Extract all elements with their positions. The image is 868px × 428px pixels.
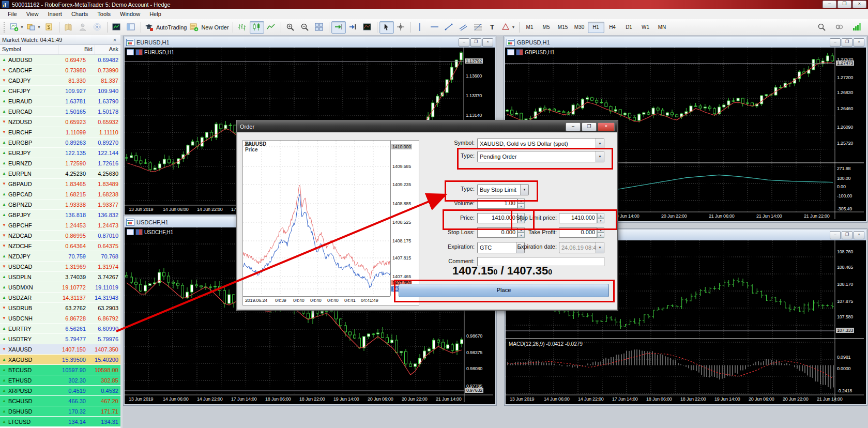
fibo-icon[interactable] (471, 21, 485, 34)
price-input[interactable]: 1410.000 (477, 213, 517, 223)
market-watch-row-nzdusd[interactable]: ▼NZDUSD0.659230.65932 (0, 117, 120, 127)
indicators-icon[interactable] (360, 21, 375, 34)
market-watch-row-eurcad[interactable]: ▲EURCAD1.501651.50178 (0, 106, 120, 117)
signals-icon[interactable] (90, 21, 105, 34)
shift-end-icon[interactable] (346, 21, 360, 34)
chart-window-titlebar[interactable]: EURUSD,H1–❐× (125, 37, 495, 48)
text-icon[interactable]: T (485, 21, 500, 34)
market-watch-column-headers[interactable]: Symbol Bid Ask (0, 45, 120, 55)
market-watch-header[interactable]: Market Watch: 04:41:49 × (0, 35, 120, 45)
cursor-icon[interactable] (379, 21, 394, 34)
market-watch-row-eurpln[interactable]: ▲EURPLN4.252304.25630 (0, 169, 120, 179)
shapes-icon[interactable]: ▼ (500, 21, 517, 34)
dialog-close-button[interactable]: × (598, 123, 615, 131)
market-watch-row-xagusd[interactable]: ▲XAGUSD15.3950015.40200 (0, 355, 120, 365)
hline-icon[interactable] (428, 21, 442, 34)
market-watch-close-icon[interactable]: × (111, 37, 118, 43)
ohlc-icon[interactable] (127, 229, 134, 235)
volume-input[interactable]: 1.00 (477, 198, 517, 209)
menu-item-view[interactable]: View (22, 10, 43, 18)
volume-stepper[interactable]: ▲▼ (517, 198, 525, 209)
timeframe-m1[interactable]: M1 (522, 22, 538, 33)
column-symbol[interactable]: Symbol (0, 45, 58, 54)
market-watch-row-gbpnzd[interactable]: ▲GBPNZD1.933381.93377 (0, 200, 120, 210)
pending-type-select[interactable]: Buy Stop Limit▼ (477, 184, 529, 195)
profiles-icon[interactable]: ▼ (25, 21, 42, 34)
one-click-trading-icon[interactable] (135, 49, 143, 55)
market-watch-row-dshusd[interactable]: ▲DSHUSD170.32171.71 (0, 406, 120, 417)
connection-status-icon[interactable] (849, 21, 864, 34)
ohlc-icon[interactable] (507, 49, 514, 55)
new-order-button[interactable]: New Order (188, 21, 230, 34)
market-watch-row-gbpaud[interactable]: ▼GBPAUD1.834651.83489 (0, 179, 120, 189)
stop-limit-stepper[interactable]: ▲▼ (597, 213, 604, 223)
chart-window-titlebar[interactable]: GBPUSD,H1–❐× (505, 37, 866, 48)
search-icon[interactable] (814, 21, 829, 34)
zoom-out-icon[interactable] (298, 21, 312, 34)
market-watch-row-bchusd[interactable]: ▲BCHUSD466.30467.20 (0, 396, 120, 406)
chart-minimize-button[interactable]: – (830, 38, 841, 47)
take-profit-stepper[interactable]: ▲▼ (597, 227, 604, 238)
timeframe-m30[interactable]: M30 (571, 22, 588, 33)
menu-item-tools[interactable]: Tools (93, 10, 115, 18)
chart-close-button[interactable]: × (854, 231, 864, 239)
timeframe-m5[interactable]: M5 (538, 22, 555, 33)
candles-icon[interactable] (250, 21, 264, 34)
stop-loss-input[interactable]: 0.000 (477, 227, 517, 238)
chart-close-button[interactable]: × (482, 38, 493, 47)
market-watch-row-eurjpy[interactable]: ▲EURJPY122.135122.144 (0, 148, 120, 158)
chart-restore-button[interactable]: ❐ (842, 38, 852, 47)
autoscroll-icon[interactable] (331, 21, 346, 34)
one-click-trading-icon[interactable] (135, 229, 143, 235)
panel-splitter[interactable] (120, 35, 123, 428)
chevron-down-icon[interactable]: ▼ (596, 139, 604, 149)
take-profit-input[interactable]: 0.000 (559, 227, 597, 238)
market-watch-row-usdzar[interactable]: ▲USDZAR14.3113714.31943 (0, 293, 120, 303)
win-blue-icon[interactable] (124, 21, 139, 34)
place-button[interactable]: Place (399, 284, 609, 297)
market-watch-row-usdmxn[interactable]: ▲USDMXN19.1077219.11019 (0, 282, 120, 293)
new-chart-icon[interactable]: ▼ (8, 21, 25, 34)
market-watch-row-gbpchf[interactable]: ▼GBPCHF1.244531.24473 (0, 220, 120, 231)
chart-restore-button[interactable]: ❐ (842, 231, 852, 239)
chart-restore-button[interactable]: ❐ (470, 38, 481, 47)
menu-item-insert[interactable]: Insert (43, 10, 67, 18)
win-green-icon[interactable] (110, 21, 124, 34)
market-watch-row-eurgbp[interactable]: ▲EURGBP0.892630.89270 (0, 137, 120, 148)
dialog-minimize-button[interactable]: – (566, 123, 581, 131)
ohlc-icon[interactable] (127, 49, 134, 55)
crosshair-icon[interactable] (394, 21, 408, 34)
market-watch-row-xauusd[interactable]: ▼XAUUSD1407.1501407.350 (0, 344, 120, 355)
market-watch-row-nzdjpy[interactable]: ▲NZDJPY70.75970.768 (0, 251, 120, 262)
vline-icon[interactable] (413, 21, 428, 34)
market-watch-row-nzdchf[interactable]: ▼NZDCHF0.643640.64375 (0, 241, 120, 251)
timeframe-w1[interactable]: W1 (637, 22, 654, 33)
market-watch-row-ethusd[interactable]: ▲ETHUSD302.30302.85 (0, 375, 120, 386)
community-icon[interactable] (832, 21, 846, 34)
timeframe-h1[interactable]: H1 (588, 22, 604, 33)
market-watch-row-xrpusd[interactable]: ▲XRPUSD0.45190.4532 (0, 386, 120, 396)
tick-symbols-icon[interactable]: $ (42, 21, 57, 34)
market-watch-row-euraud[interactable]: ▲EURAUD1.637811.63790 (0, 96, 120, 106)
market-watch-row-usdcnh[interactable]: ▼USDCNH6.867286.86792 (0, 313, 120, 324)
market-watch-row-eurchf[interactable]: ▼EURCHF1.110991.11110 (0, 127, 120, 137)
market-watch-row-cadchf[interactable]: ▼CADCHF0.739800.73990 (0, 65, 120, 75)
order-type-select[interactable]: Pending Order▼ (477, 151, 604, 162)
market-watch-row-gbpjpy[interactable]: ▲GBPJPY136.818136.832 (0, 210, 120, 220)
column-bid[interactable]: Bid (58, 45, 95, 54)
menu-item-charts[interactable]: Charts (67, 10, 93, 18)
stop-limit-price-input[interactable]: 1410.000 (559, 213, 597, 223)
bars-icon[interactable] (235, 21, 250, 34)
market-watch-row-eurnzd[interactable]: ▲EURNZD1.725901.72616 (0, 158, 120, 169)
market-watch-row-btcusd[interactable]: ▲BTCUSD10597.9010598.00 (0, 365, 120, 375)
trendline-icon[interactable] (442, 21, 456, 34)
menu-item-window[interactable]: Window (115, 10, 145, 18)
market-watch-row-usdpln[interactable]: ▲USDPLN3.740393.74267 (0, 272, 120, 282)
chart-minimize-button[interactable]: – (830, 231, 841, 239)
order-dialog-titlebar[interactable]: Order – ❐ × (237, 121, 617, 132)
tile-icon[interactable] (312, 21, 327, 34)
market-watch-row-gbpcad[interactable]: ▲GBPCAD1.682151.68238 (0, 189, 120, 200)
market-watch-row-eurtry[interactable]: ▲EURTRY6.562616.60990 (0, 324, 120, 334)
timeframe-mn[interactable]: MN (654, 22, 671, 33)
chart-close-button[interactable]: × (854, 38, 864, 47)
